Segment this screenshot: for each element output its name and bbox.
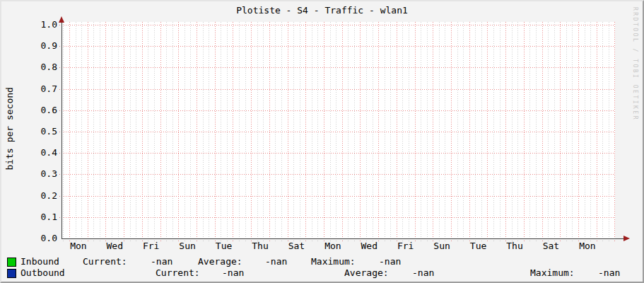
x-tick-label: Sat <box>282 241 310 251</box>
y-tick-label: 0.3 <box>31 169 57 179</box>
stat-value-average: -nan <box>265 257 287 267</box>
gridline-horizontal <box>59 46 615 47</box>
legend-swatch-inbound <box>7 258 16 267</box>
gridline-horizontal <box>59 89 615 90</box>
y-tick-label: 1.0 <box>31 20 57 30</box>
stat-label-maximum: Maximum: <box>530 268 575 278</box>
gridline-horizontal <box>59 217 615 218</box>
x-axis-arrow-icon <box>623 236 630 241</box>
gridline-horizontal <box>59 174 615 175</box>
x-tick-label: Mon <box>573 241 602 251</box>
gridline-horizontal <box>59 196 615 197</box>
y-tick-label: 0.4 <box>31 148 57 158</box>
stat-value-maximum: -nan <box>379 257 401 267</box>
x-tick-label: Wed <box>100 241 129 251</box>
x-tick-label: Sat <box>537 241 565 251</box>
stat-label-current: Current: <box>156 268 200 278</box>
gridline-horizontal <box>59 25 615 25</box>
gridline-horizontal <box>59 110 615 111</box>
x-tick-label: Tue <box>464 241 493 251</box>
x-tick-label: Sun <box>173 241 201 251</box>
stat-label-maximum: Maximum: <box>311 257 356 267</box>
y-tick-label: 0.9 <box>31 41 57 51</box>
rrdtool-watermark: RRDTOOL / TOBI OETIKER <box>632 7 638 121</box>
x-tick-label: Sun <box>428 241 456 251</box>
x-tick-label: Fri <box>392 241 420 251</box>
stat-label-current: Current: <box>83 257 127 267</box>
grid-layer <box>62 22 617 241</box>
stat-value-average: -nan <box>412 268 434 278</box>
legend-label-outbound: Outbound <box>21 268 65 278</box>
legend-label-inbound: Inbound <box>21 257 59 267</box>
y-tick-label: 0.1 <box>31 212 57 222</box>
stat-value-current: -nan <box>222 268 244 278</box>
x-tick-label: Thu <box>246 241 274 251</box>
x-tick-label: Thu <box>500 241 529 251</box>
rrdtool-traffic-graph: Plotiste - S4 - Traffic - wlan1 bits per… <box>0 0 644 283</box>
y-tick-label: 0.6 <box>31 105 57 115</box>
x-tick-label: Mon <box>64 241 93 251</box>
stat-value-current: -nan <box>151 257 172 267</box>
y-axis-label: bits per second <box>4 93 15 171</box>
y-tick-label: 0.8 <box>31 62 57 72</box>
stat-value-maximum: -nan <box>598 268 620 278</box>
x-tick-label: Tue <box>210 241 238 251</box>
x-tick-label: Fri <box>137 241 165 251</box>
y-tick-label: 0.2 <box>31 191 57 201</box>
y-tick-label: 0.0 <box>31 233 57 243</box>
y-tick-label: 0.7 <box>31 84 57 94</box>
legend-swatch-outbound <box>7 269 16 278</box>
y-axis-arrow-icon <box>59 16 64 23</box>
gridline-horizontal <box>59 132 615 132</box>
y-tick-label: 0.5 <box>31 127 57 137</box>
y-axis-line <box>62 21 62 239</box>
stat-label-average: Average: <box>344 268 389 278</box>
gridline-horizontal <box>59 67 615 68</box>
chart-title: Plotiste - S4 - Traffic - wlan1 <box>1 5 643 16</box>
x-tick-label: Wed <box>355 241 383 251</box>
x-axis-line <box>62 238 625 239</box>
gridline-horizontal <box>59 153 615 154</box>
x-tick-label: Mon <box>319 241 347 251</box>
stat-label-average: Average: <box>198 257 242 267</box>
